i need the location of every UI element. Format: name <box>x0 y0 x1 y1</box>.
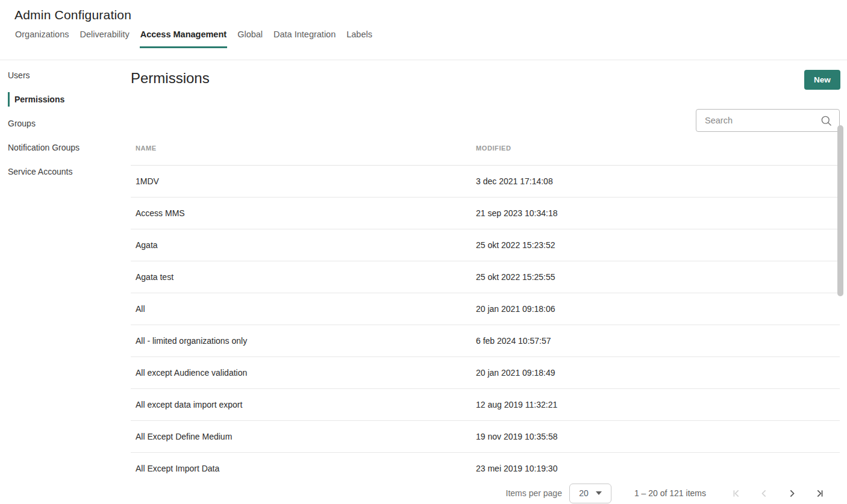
tab-global[interactable]: Global <box>237 28 263 48</box>
vertical-scrollbar-thumb[interactable] <box>837 125 843 296</box>
table-row[interactable]: All Except Define Medium 19 nov 2019 10:… <box>131 420 840 452</box>
permissions-table: NAME MODIFIED 1MDV 3 dec 2021 17:14:08 A… <box>131 132 840 485</box>
last-page-icon[interactable] <box>814 488 824 498</box>
items-per-page-select[interactable]: 20 <box>569 484 611 503</box>
table-row[interactable]: All except Audience validation 20 jan 20… <box>131 356 840 388</box>
table-header-row: NAME MODIFIED <box>131 132 840 165</box>
table-body: 1MDV 3 dec 2021 17:14:08 Access MMS 21 s… <box>131 165 840 484</box>
search-row <box>131 109 840 132</box>
tab-data-integration[interactable]: Data Integration <box>273 28 336 48</box>
cell-modified: 25 okt 2022 15:23:52 <box>471 229 840 261</box>
cell-modified: 6 feb 2024 10:57:57 <box>471 325 840 356</box>
cell-modified: 20 jan 2021 09:18:49 <box>471 356 840 388</box>
search-input[interactable] <box>705 116 820 125</box>
cell-modified: 12 aug 2019 11:32:21 <box>471 388 840 420</box>
cell-modified: 3 dec 2021 17:14:08 <box>471 165 840 197</box>
sidebar-item-notification-groups[interactable]: Notification Groups <box>8 135 131 160</box>
page-header: Admin Configuration Organizations Delive… <box>0 8 847 60</box>
search-box[interactable] <box>696 109 840 132</box>
table-row[interactable]: 1MDV 3 dec 2021 17:14:08 <box>131 165 840 197</box>
cell-name[interactable]: All except Audience validation <box>131 356 471 388</box>
page-title: Admin Configuration <box>14 8 847 22</box>
pagination-range-label: 1 – 20 of 121 items <box>634 488 706 498</box>
cell-modified: 21 sep 2023 10:34:18 <box>471 197 840 229</box>
main-panel: Permissions New NAME MODIFIED <box>131 60 847 504</box>
cell-name[interactable]: All except data import export <box>131 388 471 420</box>
cell-modified: 19 nov 2019 10:35:58 <box>471 420 840 452</box>
cell-name[interactable]: 1MDV <box>131 165 471 197</box>
tab-labels[interactable]: Labels <box>346 28 373 48</box>
tab-deliverability[interactable]: Deliverability <box>79 28 130 48</box>
tab-access-management[interactable]: Access Management <box>140 28 227 48</box>
cell-modified: 25 okt 2022 15:25:55 <box>471 261 840 293</box>
pagination-bar: Items per page 20 1 – 20 of 121 items <box>131 474 847 504</box>
sidebar-item-users[interactable]: Users <box>8 63 131 87</box>
table-row[interactable]: All 20 jan 2021 09:18:06 <box>131 293 840 325</box>
tab-organizations[interactable]: Organizations <box>14 28 69 48</box>
cell-name[interactable]: Agata test <box>131 261 471 293</box>
first-page-icon[interactable] <box>731 488 741 498</box>
previous-page-icon[interactable] <box>759 488 769 498</box>
items-per-page-label: Items per page <box>506 488 562 498</box>
chevron-down-icon <box>596 491 602 495</box>
content-area: Users Permissions Groups Notification Gr… <box>0 60 847 504</box>
table-row[interactable]: Access MMS 21 sep 2023 10:34:18 <box>131 197 840 229</box>
cell-name[interactable]: All Except Define Medium <box>131 420 471 452</box>
next-page-icon[interactable] <box>787 488 796 498</box>
cell-name[interactable]: All <box>131 293 471 325</box>
sidebar-item-service-accounts[interactable]: Service Accounts <box>8 160 131 184</box>
section-title: Permissions <box>131 70 840 87</box>
table-row[interactable]: Agata test 25 okt 2022 15:25:55 <box>131 261 840 293</box>
new-button[interactable]: New <box>804 70 840 90</box>
table-row[interactable]: All - limited organizations only 6 feb 2… <box>131 325 840 356</box>
cell-name[interactable]: Agata <box>131 229 471 261</box>
cell-name[interactable]: Access MMS <box>131 197 471 229</box>
cell-name[interactable]: All - limited organizations only <box>131 325 471 356</box>
sidebar-item-groups[interactable]: Groups <box>8 111 131 135</box>
sidebar-item-permissions[interactable]: Permissions <box>8 87 131 111</box>
table-row[interactable]: Agata 25 okt 2022 15:23:52 <box>131 229 840 261</box>
sidebar: Users Permissions Groups Notification Gr… <box>0 60 131 504</box>
items-per-page-value: 20 <box>579 488 589 498</box>
column-header-modified[interactable]: MODIFIED <box>471 132 840 165</box>
table-row[interactable]: All except data import export 12 aug 201… <box>131 388 840 420</box>
cell-modified: 20 jan 2021 09:18:06 <box>471 293 840 325</box>
column-header-name[interactable]: NAME <box>131 132 471 165</box>
pager-icons <box>731 488 824 498</box>
search-icon[interactable] <box>820 115 832 126</box>
tab-bar: Organizations Deliverability Access Mana… <box>14 28 847 48</box>
